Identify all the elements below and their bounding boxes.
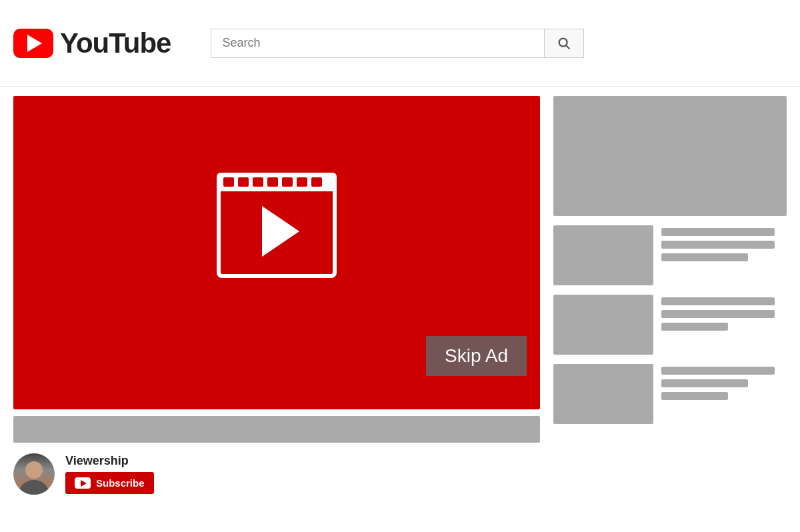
left-column: Skip Ad Viewership Subscribe	[13, 96, 540, 499]
related-info-2	[661, 295, 775, 355]
video-ad-icon	[217, 185, 337, 298]
sidebar-banner[interactable]	[553, 96, 787, 216]
related-video-1[interactable]	[553, 225, 787, 285]
related-info-1	[661, 225, 775, 285]
channel-info: Viewership Subscribe	[13, 449, 540, 499]
related-title-line-3a	[661, 367, 775, 375]
header: YouTube	[0, 0, 800, 87]
avatar-head	[25, 461, 43, 479]
related-info-3	[661, 364, 775, 424]
svg-point-0	[559, 38, 567, 46]
logo-text: YouTube	[60, 27, 171, 59]
search-button[interactable]	[544, 29, 584, 58]
film-slot	[297, 177, 307, 187]
film-strip	[217, 173, 337, 191]
search-icon	[557, 36, 571, 51]
film-slot	[282, 177, 293, 187]
film-slot	[267, 177, 278, 187]
skip-ad-button[interactable]: Skip Ad	[426, 336, 527, 376]
search-area	[211, 29, 584, 58]
film-slot	[253, 177, 263, 187]
related-meta-line-2	[661, 323, 728, 331]
right-column	[553, 96, 787, 499]
related-title-line-3b	[661, 379, 748, 387]
video-progress-bar[interactable]	[13, 416, 540, 443]
related-thumb-3	[553, 364, 653, 424]
related-meta-line-3	[661, 392, 728, 400]
related-thumb-2	[553, 295, 653, 355]
search-input[interactable]	[211, 29, 544, 58]
related-meta-line-1	[661, 253, 748, 261]
channel-avatar	[13, 453, 55, 495]
related-title-line-1a	[661, 228, 775, 236]
logo-area[interactable]: YouTube	[13, 27, 171, 59]
youtube-logo-icon	[13, 29, 53, 58]
video-player[interactable]: Skip Ad	[13, 96, 540, 409]
film-slot	[223, 177, 234, 187]
avatar-person	[13, 453, 55, 495]
related-title-line-2a	[661, 297, 775, 305]
avatar-body	[19, 480, 49, 495]
svg-line-1	[567, 45, 570, 49]
play-icon	[262, 206, 299, 257]
related-title-line-1b	[661, 241, 775, 249]
subscribe-youtube-icon	[75, 477, 91, 489]
film-icon-body	[217, 185, 337, 278]
film-slot	[311, 177, 322, 187]
subscribe-label: Subscribe	[96, 477, 145, 489]
channel-name[interactable]: Viewership	[65, 454, 154, 468]
subscribe-button[interactable]: Subscribe	[65, 472, 154, 494]
related-title-line-2b	[661, 310, 775, 318]
main-content: Skip Ad Viewership Subscribe	[0, 87, 800, 508]
channel-name-area: Viewership Subscribe	[65, 454, 154, 494]
related-thumb-1	[553, 225, 653, 285]
related-video-3[interactable]	[553, 364, 787, 424]
film-slot	[238, 177, 249, 187]
related-video-2[interactable]	[553, 295, 787, 355]
